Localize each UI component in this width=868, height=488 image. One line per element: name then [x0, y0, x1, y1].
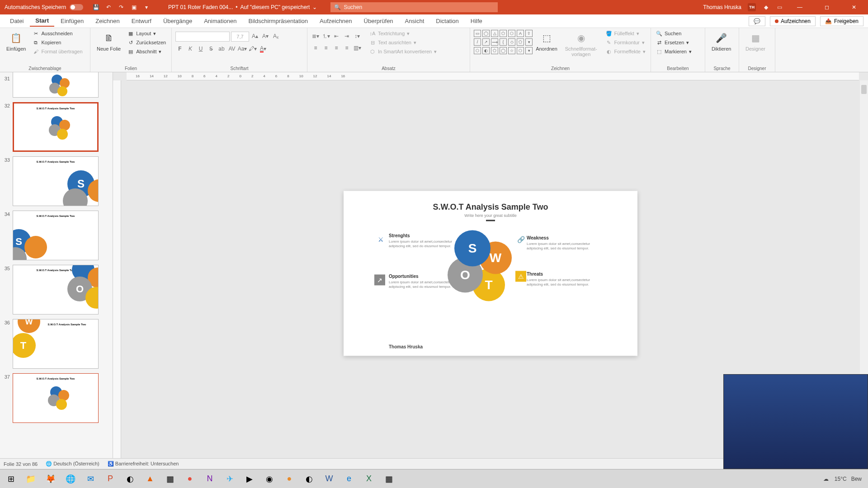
redo-icon[interactable]: ↷ [118, 4, 125, 11]
numbering-button[interactable]: ⒈▾ [321, 32, 330, 41]
convert-smartart-button[interactable]: ⬡In SmartArt konvertieren ▾ [368, 48, 438, 55]
align-right-button[interactable]: ≡ [332, 43, 341, 52]
indent-right-button[interactable]: ⇥ [342, 32, 351, 41]
chrome-icon[interactable]: 🌐 [61, 470, 80, 488]
slide-thumbnail[interactable]: S.W.O.T Analysis Sample Two S [13, 156, 99, 206]
spacing-button[interactable]: AV [227, 44, 236, 53]
copy-button[interactable]: ⧉Kopieren [31, 39, 84, 46]
slide-thumbnail[interactable]: S.W.O.T Analysis Sample Two [13, 373, 99, 423]
format-painter-button[interactable]: 🖌Format übertragen [31, 48, 84, 55]
replace-button[interactable]: ⇄Ersetzen ▾ [655, 39, 693, 46]
app-icon[interactable]: ◐ [300, 470, 318, 488]
align-center-button[interactable]: ≡ [321, 43, 330, 52]
columns-button[interactable]: ▥▾ [353, 43, 362, 52]
slide-thumbnail[interactable]: S.W.O.T Analysis Sample Two S [13, 211, 99, 260]
tab-ueberpruefen[interactable]: Überprüfen [359, 16, 399, 26]
file-explorer-icon[interactable]: 📁 [22, 470, 40, 488]
bold-button[interactable]: F [175, 44, 184, 53]
slide-main[interactable]: S.W.O.T Analysis Sample Two Write here y… [344, 191, 637, 356]
shrink-font-button[interactable]: A▾ [261, 32, 270, 41]
font-family-select[interactable] [175, 32, 230, 42]
tab-start[interactable]: Start [30, 15, 54, 27]
tab-datei[interactable]: Datei [5, 16, 29, 26]
ribbon-mode-icon[interactable]: ▭ [776, 4, 783, 11]
excel-icon[interactable]: X [360, 470, 378, 488]
designer-button[interactable]: ▦Designer [743, 30, 768, 52]
app-icon[interactable]: ◐ [121, 470, 139, 488]
clear-format-button[interactable]: Aᵪ [271, 32, 280, 41]
align-text-button[interactable]: ⊟Text ausrichten ▾ [368, 39, 438, 46]
save-icon[interactable]: 💾 [92, 4, 99, 11]
grow-font-button[interactable]: A▴ [250, 32, 259, 41]
font-size-select[interactable]: 7,7 [231, 32, 249, 42]
temperature[interactable]: 15°C [835, 476, 847, 482]
close-button[interactable]: ✕ [844, 0, 864, 14]
tab-animationen[interactable]: Animationen [198, 16, 242, 26]
record-button[interactable]: Aufzeichnen [770, 16, 816, 26]
language-indicator[interactable]: 🌐 Deutsch (Österreich) [46, 461, 99, 467]
italic-button[interactable]: K [186, 44, 195, 53]
dictate-button[interactable]: 🎤Diktieren [709, 30, 734, 52]
tab-hilfe[interactable]: Hilfe [465, 16, 488, 26]
tab-einfuegen[interactable]: Einfügen [55, 16, 89, 26]
comments-button[interactable]: 💬 [749, 16, 765, 26]
tab-aufzeichnen[interactable]: Aufzeichnen [314, 16, 358, 26]
app-icon[interactable]: ● [181, 470, 199, 488]
app-icon[interactable]: ● [280, 470, 298, 488]
weather-icon[interactable]: ☁ [822, 475, 830, 483]
powerpoint-icon[interactable]: P [101, 470, 119, 488]
user-avatar[interactable]: TH [748, 3, 756, 11]
app-icon[interactable]: ▶ [241, 470, 259, 488]
tab-dictation[interactable]: Dictation [430, 16, 464, 26]
shape-fill-button[interactable]: 🪣Fülleffekt ▾ [604, 30, 647, 37]
line-spacing-button[interactable]: ↕▾ [353, 32, 362, 41]
indent-left-button[interactable]: ⇤ [332, 32, 341, 41]
word-icon[interactable]: W [320, 470, 338, 488]
reset-button[interactable]: ↺Zurücksetzen [126, 39, 167, 46]
vlc-icon[interactable]: ▲ [141, 470, 159, 488]
tab-ansicht[interactable]: Ansicht [400, 16, 430, 26]
font-color-button[interactable]: A▾ [259, 44, 268, 53]
shape-outline-button[interactable]: ✎Formkontur ▾ [604, 39, 647, 46]
app-icon[interactable]: ▦ [380, 470, 398, 488]
tab-uebergaenge[interactable]: Übergänge [158, 16, 198, 26]
align-left-button[interactable]: ≡ [311, 43, 320, 52]
slide-thumbnails-panel[interactable]: 31 32 S.W.O.T Analysis Sample Two 33 S.W… [0, 72, 113, 474]
maximize-button[interactable]: ◻ [816, 0, 837, 14]
section-button[interactable]: ▤Abschnitt ▾ [126, 48, 167, 55]
coming-soon-icon[interactable]: ◆ [762, 4, 769, 11]
new-slide-button[interactable]: 🗎 Neue Folie [94, 30, 123, 52]
shadow-button[interactable]: ab [217, 44, 226, 53]
app-icon[interactable]: ▦ [161, 470, 179, 488]
accessibility-checker[interactable]: ♿ Barrierefreiheit: Untersuchen [108, 461, 179, 467]
edge-icon[interactable]: e [340, 470, 358, 488]
minimize-button[interactable]: — [789, 0, 810, 14]
qat-more-icon[interactable]: ▾ [143, 4, 150, 11]
present-from-beginning-icon[interactable]: ▣ [130, 4, 137, 11]
autosave-toggle[interactable] [70, 4, 83, 10]
slide-counter[interactable]: Folie 32 von 86 [4, 461, 38, 467]
share-button[interactable]: 📤 Freigeben [820, 16, 863, 26]
filename-dropdown-icon[interactable]: ⌄ [312, 4, 317, 10]
firefox-icon[interactable]: 🦊 [42, 470, 60, 488]
tab-zeichnen[interactable]: Zeichnen [90, 16, 125, 26]
slide-thumbnail[interactable]: S.W.O.T Analysis Sample Two [13, 102, 99, 152]
select-button[interactable]: ⬚Markieren ▾ [655, 48, 693, 55]
outlook-icon[interactable]: ✉ [81, 470, 99, 488]
telegram-icon[interactable]: ✈ [221, 470, 239, 488]
app-icon[interactable]: ◉ [260, 470, 278, 488]
strike-button[interactable]: S̶ [207, 44, 216, 53]
onenote-icon[interactable]: N [201, 470, 219, 488]
case-button[interactable]: Aa▾ [238, 44, 247, 53]
arrange-button[interactable]: ⬚Anordnen [535, 30, 558, 52]
text-direction-button[interactable]: ↕ATextrichtung ▾ [368, 30, 438, 37]
slide-thumbnail[interactable] [13, 72, 99, 98]
quick-styles-button[interactable]: ◉Schnellformat-vorlagen [561, 30, 602, 58]
search-box[interactable]: 🔍 Suchen [330, 2, 498, 12]
shapes-gallery[interactable]: ▭◯△⬠⬡A⇧ /↗⟶{◇⬠▾ ⬡◐⬠◯☆⬡▾ [474, 30, 533, 54]
tab-entwurf[interactable]: Entwurf [126, 16, 157, 26]
justify-button[interactable]: ≡ [342, 43, 351, 52]
bullets-button[interactable]: ≣▾ [311, 32, 320, 41]
shape-effects-button[interactable]: ◐Formeffekte ▾ [604, 48, 647, 55]
slide-thumbnail[interactable]: S.W.O.T Analysis Sample Two O [13, 265, 99, 314]
